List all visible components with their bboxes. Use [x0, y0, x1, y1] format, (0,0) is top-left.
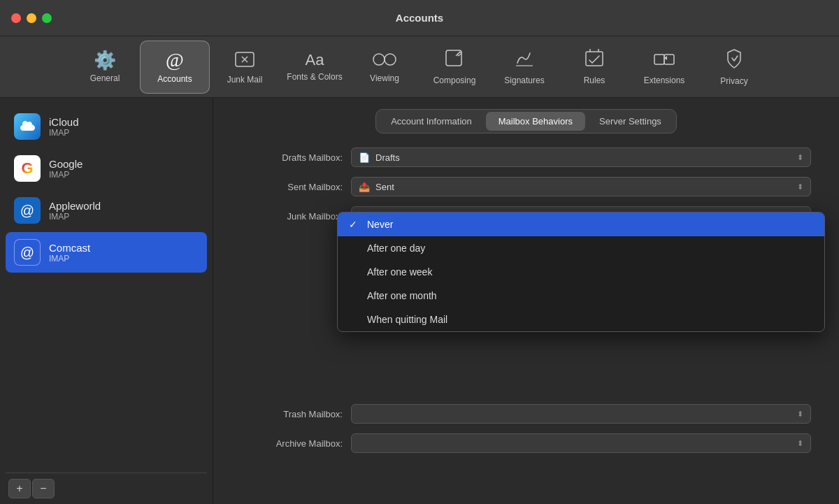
- sidebar-item-comcast[interactable]: @ Comcast IMAP: [6, 232, 207, 273]
- maximize-button[interactable]: [42, 13, 52, 23]
- dropdown-item-when-quitting[interactable]: When quitting Mail: [338, 308, 824, 331]
- comcast-info: Comcast IMAP: [49, 242, 90, 264]
- appleworld-name: Appleworld: [49, 200, 101, 212]
- junk-mail-icon: [235, 50, 254, 71]
- dropdown-label-never: Never: [367, 219, 393, 230]
- add-account-button[interactable]: +: [8, 479, 31, 498]
- trash-label: Trash Mailbox:: [241, 409, 343, 419]
- form-area: Drafts Mailbox: 📄 Drafts ⬍ Sent Mailbox:…: [227, 147, 825, 453]
- toolbar-item-signatures[interactable]: Signatures: [489, 41, 559, 94]
- toolbar-item-junk-mail[interactable]: Junk Mail: [210, 41, 280, 94]
- trash-row: Trash Mailbox: ⬍: [241, 404, 811, 424]
- toolbar-item-viewing[interactable]: Viewing: [350, 41, 420, 94]
- signatures-icon: [515, 49, 534, 71]
- toolbar-label-accounts: Accounts: [157, 74, 192, 84]
- erase-junk-dropdown: ✓ Never After one day After one week: [337, 212, 825, 332]
- svg-point-3: [373, 54, 385, 65]
- sent-label: Sent Mailbox:: [241, 182, 343, 192]
- tab-mailbox-behaviors[interactable]: Mailbox Behaviors: [486, 112, 585, 131]
- remove-account-button[interactable]: −: [32, 479, 55, 498]
- toolbar-label-junk-mail: Junk Mail: [227, 75, 263, 85]
- extensions-icon: [653, 49, 675, 71]
- appleworld-type: IMAP: [49, 212, 101, 222]
- sidebar-item-appleworld[interactable]: @ Appleworld IMAP: [6, 190, 207, 231]
- drafts-doc-icon: 📄: [359, 152, 370, 163]
- fonts-icon: Aa: [306, 52, 324, 68]
- tab-account-information[interactable]: Account Information: [378, 112, 485, 131]
- archive-select-arrow: ⬍: [797, 439, 803, 448]
- toolbar-item-accounts[interactable]: @ Accounts: [140, 41, 210, 94]
- drafts-select[interactable]: 📄 Drafts ⬍: [351, 147, 811, 167]
- archive-label: Archive Mailbox:: [241, 438, 343, 449]
- dropdown-item-after-one-week[interactable]: After one week: [338, 260, 824, 284]
- sidebar-bottom: + −: [6, 473, 207, 504]
- minimize-button[interactable]: [27, 13, 36, 23]
- erase-junk-dropdown-container: ✓ Never After one day After one week: [337, 212, 825, 332]
- toolbar-item-composing[interactable]: Composing: [420, 41, 489, 94]
- dropdown-item-after-one-month[interactable]: After one month: [338, 284, 824, 308]
- toolbar-item-fonts-colors[interactable]: Aa Fonts & Colors: [280, 41, 350, 94]
- dropdown-item-after-one-day[interactable]: After one day: [338, 236, 824, 260]
- toolbar-label-privacy: Privacy: [720, 76, 747, 86]
- comcast-at-icon: @: [20, 245, 34, 261]
- svg-rect-10: [654, 55, 664, 64]
- toolbar-item-rules[interactable]: Rules: [559, 41, 629, 94]
- icloud-name: iCloud: [49, 116, 79, 128]
- at-icon: @: [166, 50, 184, 70]
- sent-value: Sent: [375, 182, 394, 192]
- trash-select[interactable]: ⬍: [351, 404, 811, 424]
- toolbar-item-general[interactable]: ⚙️ General: [70, 41, 140, 94]
- title-bar: Accounts: [0, 0, 839, 36]
- window-controls: [11, 13, 52, 23]
- close-button[interactable]: [11, 13, 21, 23]
- sent-select-arrow: ⬍: [797, 182, 803, 192]
- avatar-comcast: @: [14, 239, 41, 266]
- checkmark-never: ✓: [349, 219, 360, 230]
- comcast-type: IMAP: [49, 254, 90, 264]
- sent-select[interactable]: 📤 Sent ⬍: [351, 177, 811, 196]
- composing-icon: [445, 49, 464, 71]
- appleworld-at-icon: @: [20, 203, 34, 219]
- tab-server-settings[interactable]: Server Settings: [587, 112, 674, 131]
- rules-icon: [585, 49, 604, 71]
- toolbar-label-general: General: [90, 73, 120, 83]
- icloud-info: iCloud IMAP: [49, 116, 79, 138]
- archive-select[interactable]: ⬍: [351, 433, 811, 453]
- sidebar-item-icloud[interactable]: iCloud IMAP: [6, 106, 207, 147]
- toolbar-label-signatures: Signatures: [504, 75, 544, 85]
- dropdown-label-when-quitting: When quitting Mail: [367, 314, 447, 325]
- dropdown-label-after-one-week: After one week: [367, 266, 432, 278]
- toolbar-label-rules: Rules: [584, 75, 605, 85]
- svg-point-4: [385, 54, 396, 65]
- avatar-google: G: [14, 155, 41, 182]
- viewing-icon: [373, 51, 396, 69]
- archive-row: Archive Mailbox: ⬍: [241, 433, 811, 453]
- dropdown-label-after-one-day: After one day: [367, 243, 425, 254]
- toolbar-label-fonts-colors: Fonts & Colors: [287, 72, 342, 82]
- sent-select-inner: 📤 Sent: [359, 182, 394, 192]
- toolbar-label-viewing: Viewing: [370, 73, 399, 83]
- toolbar: ⚙️ General @ Accounts Junk Mail Aa Fonts…: [0, 36, 839, 98]
- drafts-value: Drafts: [375, 152, 400, 163]
- avatar-icloud: [14, 113, 41, 140]
- sidebar: iCloud IMAP G Google IMAP @ Appleworld I…: [0, 98, 213, 504]
- main-content: iCloud IMAP G Google IMAP @ Appleworld I…: [0, 98, 839, 504]
- google-type: IMAP: [49, 170, 83, 180]
- drafts-row: Drafts Mailbox: 📄 Drafts ⬍: [241, 147, 811, 167]
- toolbar-label-extensions: Extensions: [644, 75, 685, 85]
- gear-icon: ⚙️: [94, 51, 116, 69]
- drafts-select-inner: 📄 Drafts: [359, 152, 400, 163]
- dropdown-label-after-one-month: After one month: [367, 290, 437, 301]
- svg-rect-11: [664, 55, 674, 64]
- sent-row: Sent Mailbox: 📤 Sent ⬍: [241, 177, 811, 196]
- comcast-name: Comcast: [49, 242, 90, 254]
- toolbar-item-privacy[interactable]: Privacy: [699, 41, 769, 94]
- icloud-type: IMAP: [49, 128, 79, 138]
- avatar-appleworld: @: [14, 197, 41, 224]
- drafts-select-arrow: ⬍: [797, 153, 803, 162]
- sidebar-item-google[interactable]: G Google IMAP: [6, 148, 207, 189]
- toolbar-item-extensions[interactable]: Extensions: [629, 41, 699, 94]
- sent-icon: 📤: [359, 182, 370, 192]
- privacy-icon: [725, 48, 743, 72]
- dropdown-item-never[interactable]: ✓ Never: [338, 213, 824, 236]
